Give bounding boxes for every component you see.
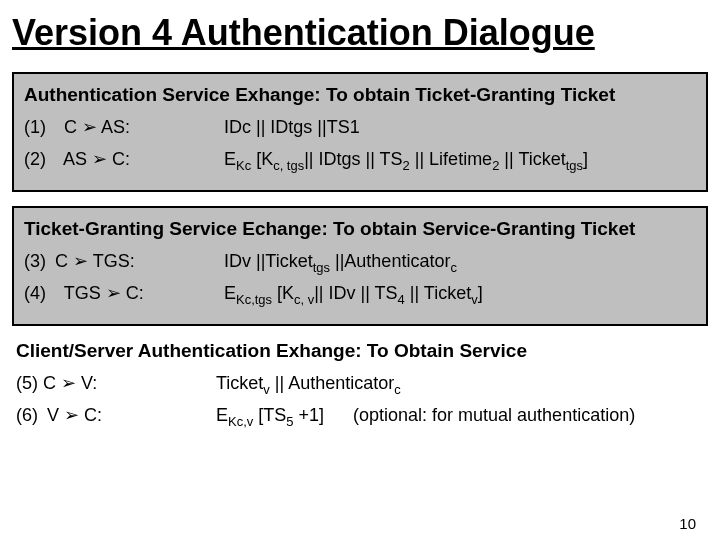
page-number: 10 [679, 515, 696, 532]
step-2-row: (2) AS ➢ C: EKc [Kc, tgs|| IDtgs || TS2 … [24, 148, 696, 170]
step-1-rhs: IDc || IDtgs ||TS1 [224, 117, 696, 138]
step-4-lhs: (4) TGS ➢ C: [24, 282, 224, 304]
step-6-rhs: EKc,v [TS5 +1] (optional: for mutual aut… [216, 405, 704, 426]
step-5-rhs: Ticketv || Authenticatorc [216, 373, 704, 394]
step-5-lhs: (5) C ➢ V: [16, 372, 216, 394]
step-6-optional-note: (optional: for mutual authentication) [353, 405, 635, 426]
step-6-lhs: (6) V ➢ C: [16, 404, 216, 426]
step-3-lhs: (3) C ➢ TGS: [24, 250, 224, 272]
step-6-expr: EKc,v [TS5 +1] [216, 405, 324, 425]
step-5-row: (5) C ➢ V: Ticketv || Authenticatorc [16, 372, 704, 394]
step-3-row: (3) C ➢ TGS: IDv ||Tickettgs ||Authentic… [24, 250, 696, 272]
page-title: Version 4 Authentication Dialogue [12, 12, 708, 54]
step-4-row: (4) TGS ➢ C: EKc,tgs [Kc, v|| IDv || TS4… [24, 282, 696, 304]
step-1-row: (1) C ➢ AS: IDc || IDtgs ||TS1 [24, 116, 696, 138]
step-4-rhs: EKc,tgs [Kc, v|| IDv || TS4 || Ticketv] [224, 283, 696, 304]
cs-exchange-heading: Client/Server Authentication Exhange: To… [16, 340, 704, 362]
step-1-lhs: (1) C ➢ AS: [24, 116, 224, 138]
step-3-rhs: IDv ||Tickettgs ||Authenticatorc [224, 251, 696, 272]
step-6-row: (6) V ➢ C: EKc,v [TS5 +1] (optional: for… [16, 404, 704, 426]
tgs-exchange-panel: Ticket-Granting Service Echange: To obta… [12, 206, 708, 326]
step-2-lhs: (2) AS ➢ C: [24, 148, 224, 170]
tgs-exchange-heading: Ticket-Granting Service Echange: To obta… [24, 218, 696, 240]
as-exchange-heading: Authentication Service Exhange: To obtai… [24, 84, 696, 106]
cs-exchange-block: Client/Server Authentication Exhange: To… [12, 340, 708, 426]
as-exchange-panel: Authentication Service Exhange: To obtai… [12, 72, 708, 192]
step-2-rhs: EKc [Kc, tgs|| IDtgs || TS2 || Lifetime2… [224, 149, 696, 170]
